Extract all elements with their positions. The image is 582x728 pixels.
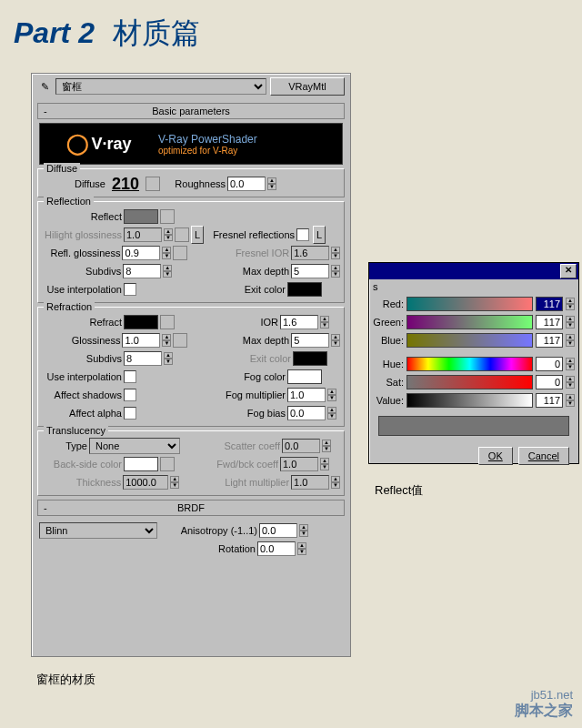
spinner[interactable]: ▲▼ <box>331 334 340 347</box>
red-slider[interactable] <box>406 297 533 311</box>
spinner[interactable]: ▲▼ <box>566 376 575 389</box>
rotation-input[interactable] <box>257 541 296 556</box>
refl-maxdepth-label: Max depth <box>206 266 289 277</box>
roughness-spinner[interactable]: ▲▼ <box>267 177 276 190</box>
spinner[interactable]: ▲▼ <box>327 407 336 420</box>
refr-exit-swatch[interactable] <box>293 351 327 366</box>
cancel-button[interactable]: Cancel <box>518 447 569 465</box>
backside-swatch[interactable] <box>124 457 158 471</box>
refract-map-button[interactable] <box>160 315 175 329</box>
refl-maxdepth-input[interactable] <box>291 264 329 278</box>
refract-swatch[interactable] <box>124 315 158 329</box>
spinner[interactable]: ▲▼ <box>297 542 306 555</box>
affect-alpha-checkbox[interactable] <box>124 407 136 420</box>
green-input[interactable] <box>536 315 563 329</box>
aniso-input[interactable] <box>259 523 297 538</box>
spinner[interactable]: ▲▼ <box>331 247 340 259</box>
fresnel-l-button[interactable]: L <box>313 226 326 244</box>
spinner[interactable]: ▲▼ <box>566 298 575 310</box>
spinner[interactable]: ▲▼ <box>164 352 173 365</box>
spinner[interactable]: ▲▼ <box>331 476 340 489</box>
fresnel-ior-input[interactable] <box>291 246 329 260</box>
sat-input[interactable] <box>536 375 563 389</box>
spinner[interactable]: ▲▼ <box>320 316 329 329</box>
blue-input[interactable] <box>536 333 563 348</box>
fog-bias-input[interactable] <box>287 406 326 420</box>
value-input[interactable] <box>536 393 563 408</box>
pick-icon[interactable]: ✎ <box>37 81 52 93</box>
hilight-map-button[interactable] <box>175 228 189 242</box>
scatter-input[interactable] <box>282 439 320 453</box>
red-label: Red: <box>373 298 404 309</box>
ok-button[interactable]: OK <box>478 447 513 465</box>
brdf-type-select[interactable]: Blinn <box>39 522 157 539</box>
diffuse-map-button[interactable] <box>146 177 160 191</box>
refr-subdivs-input[interactable] <box>124 351 162 366</box>
hue-input[interactable] <box>536 357 563 371</box>
dialog-titlebar[interactable]: ✕ <box>369 263 578 279</box>
spinner[interactable]: ▲▼ <box>327 389 336 401</box>
value-label: Value: <box>373 395 404 406</box>
value-slider[interactable] <box>406 393 533 408</box>
refr-interp-checkbox[interactable] <box>124 370 136 383</box>
refl-interp-checkbox[interactable] <box>124 283 136 296</box>
material-name-dropdown[interactable]: 窗框 <box>55 78 266 95</box>
spinner[interactable]: ▲▼ <box>163 265 172 278</box>
refl-gloss-input[interactable] <box>122 246 160 260</box>
fwdbck-input[interactable] <box>280 457 318 471</box>
spinner[interactable]: ▲▼ <box>566 358 575 370</box>
refl-exit-swatch[interactable] <box>287 282 322 297</box>
rollout-basic-parameters[interactable]: -Basic parameters <box>37 103 345 119</box>
spinner[interactable]: ▲▼ <box>566 334 575 347</box>
fog-color-swatch[interactable] <box>287 369 322 384</box>
refr-maxdepth-input[interactable] <box>291 333 329 348</box>
refl-gloss-map-button[interactable] <box>173 246 187 260</box>
color-preview-swatch <box>378 416 569 436</box>
lightmult-input[interactable] <box>291 475 329 490</box>
spinner[interactable]: ▲▼ <box>331 265 340 278</box>
rollout-brdf[interactable]: -BRDF <box>37 500 345 516</box>
reflect-color-swatch[interactable] <box>124 209 158 224</box>
hue-label: Hue: <box>373 359 404 369</box>
spinner[interactable]: ▲▼ <box>322 440 331 452</box>
blue-slider[interactable] <box>406 333 533 348</box>
reflect-value-label: Reflect值 <box>375 482 423 499</box>
reflect-label: Reflect <box>42 211 122 222</box>
roughness-input[interactable] <box>227 177 266 191</box>
spinner[interactable]: ▲▼ <box>566 316 575 329</box>
spinner[interactable]: ▲▼ <box>566 394 575 407</box>
spinner[interactable]: ▲▼ <box>320 458 329 470</box>
group-translucency: Translucency TypeNoneScatter coeff▲▼ Bac… <box>37 430 345 496</box>
material-type-button[interactable]: VRayMtl <box>270 77 345 96</box>
spinner[interactable]: ▲▼ <box>162 247 171 259</box>
affect-shadows-checkbox[interactable] <box>124 389 136 401</box>
spinner[interactable]: ▲▼ <box>162 334 171 347</box>
green-slider[interactable] <box>406 315 533 329</box>
fresnel-checkbox[interactable] <box>296 228 309 241</box>
refract-label: Refract <box>42 317 122 328</box>
backside-map-button[interactable] <box>160 457 175 471</box>
green-label: Green: <box>373 317 404 328</box>
hilight-gloss-input[interactable] <box>124 228 162 242</box>
spinner[interactable]: ▲▼ <box>299 524 308 537</box>
l-button[interactable]: L <box>191 226 204 244</box>
spinner[interactable]: ▲▼ <box>164 228 173 241</box>
roughness-label: Roughness <box>175 178 226 189</box>
close-icon[interactable]: ✕ <box>560 264 577 278</box>
color-picker-dialog: ✕ s Red:▲▼ Green:▲▼ Blue:▲▼ Hue:▲▼ Sat:▲… <box>368 262 579 464</box>
ior-input[interactable] <box>280 315 318 329</box>
thickness-input[interactable] <box>123 475 168 490</box>
refr-gloss-map-button[interactable] <box>173 333 187 348</box>
sat-label: Sat: <box>373 377 404 388</box>
spinner[interactable]: ▲▼ <box>170 476 179 489</box>
fog-mult-input[interactable] <box>287 388 326 402</box>
refl-subdivs-input[interactable] <box>123 264 161 278</box>
picker-s-label: s <box>369 279 578 294</box>
refr-gloss-input[interactable] <box>122 333 160 348</box>
sat-slider[interactable] <box>406 375 533 389</box>
hue-slider[interactable] <box>406 357 533 371</box>
diffuse-value: 210 <box>107 175 144 194</box>
trans-type-select[interactable]: None <box>89 438 180 454</box>
red-input[interactable] <box>536 297 563 311</box>
reflect-map-button[interactable] <box>160 209 175 224</box>
